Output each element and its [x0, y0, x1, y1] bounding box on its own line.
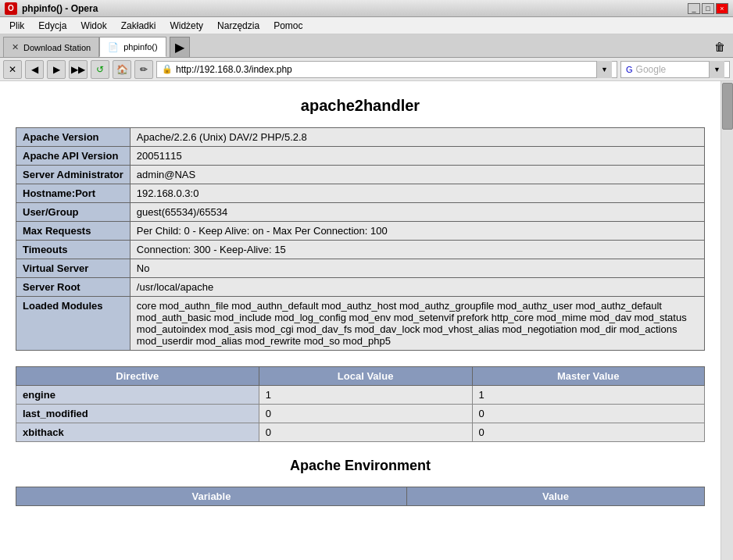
info-table-row: Server Root/usr/local/apache [16, 278, 705, 297]
add-tab-button[interactable]: ▶ [170, 37, 190, 57]
info-table-row: Apache API Version20051115 [16, 147, 705, 166]
env-table: Variable Value [16, 487, 705, 506]
info-key: Apache API Version [16, 147, 131, 166]
address-lock-icon: 🔒 [162, 64, 173, 74]
tab-phpinfo-label: phpinfo() [123, 42, 157, 52]
menu-plik[interactable]: Plik [3, 19, 30, 33]
back-button[interactable]: ✕ [3, 60, 22, 79]
forward-button[interactable]: ▶ [47, 60, 66, 79]
info-table-row: Loaded Modulescore mod_authn_file mod_au… [16, 297, 705, 351]
info-key: Hostname:Port [16, 184, 131, 203]
section2-title: Apache Environment [16, 458, 705, 474]
info-value: guest(65534)/65534 [130, 203, 704, 222]
title-bar: O phpinfo() - Opera _ □ × [0, 0, 733, 17]
directive-master: 0 [472, 405, 704, 423]
trash-button[interactable]: 🗑 [710, 37, 730, 57]
menu-pomoc[interactable]: Pomoc [267, 19, 309, 33]
info-key: Server Administrator [16, 166, 131, 184]
info-value: /usr/local/apache [130, 278, 704, 297]
title-bar-controls[interactable]: _ □ × [688, 3, 728, 14]
maximize-button[interactable]: □ [702, 3, 714, 14]
menu-widok[interactable]: Widok [74, 19, 113, 33]
directive-local: 1 [259, 386, 472, 405]
info-table: Apache VersionApache/2.2.6 (Unix) DAV/2 … [16, 127, 705, 351]
menu-widzety[interactable]: Widżety [163, 19, 209, 33]
info-value: 192.168.0.3:0 [130, 184, 704, 203]
browser-content: apache2handler Apache VersionApache/2.2.… [0, 81, 733, 560]
address-input-container[interactable]: 🔒 http://192.168.0.3/index.php ▼ [156, 61, 617, 78]
tab-phpinfo-icon: 📄 [108, 42, 119, 52]
directive-master: 1 [472, 386, 704, 405]
tab-bar: ✕ Download Station 📄 phpinfo() ▶ 🗑 [0, 34, 733, 58]
scrollbar[interactable] [720, 81, 733, 560]
info-table-row: User/Groupguest(65534)/65534 [16, 203, 705, 222]
directive-local: 0 [259, 405, 472, 423]
env-value-header: Value [406, 487, 704, 506]
master-col-header: Master Value [472, 367, 704, 386]
menu-zakladki[interactable]: Zakładki [115, 19, 163, 33]
info-value: 20051115 [130, 147, 704, 166]
info-key: Max Requests [16, 222, 131, 241]
directive-name: last_modified [16, 405, 259, 423]
info-value: Per Child: 0 - Keep Alive: on - Max Per … [130, 222, 704, 241]
menu-narzedzia[interactable]: Narzędzia [211, 19, 266, 33]
tab-phpinfo[interactable]: 📄 phpinfo() [99, 37, 166, 57]
title-bar-left: O phpinfo() - Opera [5, 2, 98, 15]
address-url[interactable]: http://192.168.0.3/index.php [176, 64, 593, 75]
info-table-row: TimeoutsConnection: 300 - Keep-Alive: 15 [16, 241, 705, 259]
page-area: apache2handler Apache VersionApache/2.2.… [0, 81, 720, 560]
env-variable-header: Variable [16, 487, 407, 506]
local-col-header: Local Value [259, 367, 472, 386]
menu-edycja[interactable]: Edycja [32, 19, 73, 33]
directive-table: Directive Local Value Master Value engin… [16, 366, 705, 442]
info-key: Timeouts [16, 241, 131, 259]
fast-forward-button[interactable]: ▶▶ [69, 60, 88, 79]
directive-master: 0 [472, 423, 704, 442]
info-value: admin@NAS [130, 166, 704, 184]
address-bar: ✕ ◀ ▶ ▶▶ ↺ 🏠 ✏ 🔒 http://192.168.0.3/inde… [0, 58, 733, 81]
directive-row: last_modified00 [16, 405, 705, 423]
info-key: Loaded Modules [16, 297, 131, 351]
info-value: Connection: 300 - Keep-Alive: 15 [130, 241, 704, 259]
directive-name: engine [16, 386, 259, 405]
info-table-row: Max RequestsPer Child: 0 - Keep Alive: o… [16, 222, 705, 241]
menu-bar: Plik Edycja Widok Zakładki Widżety Narzę… [0, 17, 733, 34]
search-box-container[interactable]: G Google ▼ [620, 61, 730, 78]
info-table-row: Apache VersionApache/2.2.6 (Unix) DAV/2 … [16, 128, 705, 147]
info-value: core mod_authn_file mod_authn_default mo… [130, 297, 704, 351]
close-button[interactable]: × [716, 3, 728, 14]
directive-row: engine11 [16, 386, 705, 405]
search-placeholder: Google [636, 64, 706, 75]
minimize-button[interactable]: _ [688, 3, 700, 14]
opera-icon: O [5, 2, 17, 15]
directive-name: xbithack [16, 423, 259, 442]
edit-button[interactable]: ✏ [134, 60, 153, 79]
info-value: No [130, 259, 704, 278]
info-table-row: Server Administratoradmin@NAS [16, 166, 705, 184]
home-button[interactable]: 🏠 [113, 60, 131, 79]
info-key: User/Group [16, 203, 131, 222]
back-nav-button[interactable]: ◀ [25, 60, 44, 79]
info-key: Server Root [16, 278, 131, 297]
search-engine-icon: G [626, 65, 633, 74]
directive-row: xbithack00 [16, 423, 705, 442]
search-dropdown-button[interactable]: ▼ [709, 61, 724, 78]
info-value: Apache/2.2.6 (Unix) DAV/2 PHP/5.2.8 [130, 128, 704, 147]
tab-download-station[interactable]: ✕ Download Station [3, 37, 99, 57]
page-title: apache2handler [16, 97, 705, 115]
address-dropdown-button[interactable]: ▼ [596, 61, 612, 78]
info-table-row: Hostname:Port192.168.0.3:0 [16, 184, 705, 203]
directive-local: 0 [259, 423, 472, 442]
info-key: Virtual Server [16, 259, 131, 278]
tab-download-station-label: Download Station [23, 43, 91, 52]
directive-col-header: Directive [16, 367, 259, 386]
window-title: phpinfo() - Opera [22, 3, 98, 14]
info-table-row: Virtual ServerNo [16, 259, 705, 278]
info-key: Apache Version [16, 128, 131, 147]
reload-button[interactable]: ↺ [91, 60, 109, 79]
